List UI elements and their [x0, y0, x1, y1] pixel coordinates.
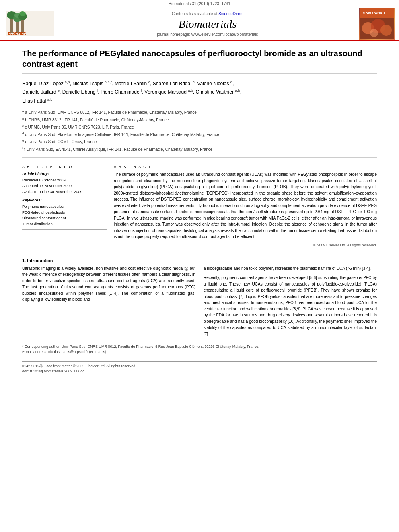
main-content: The performance of PEGylated nanocapsule… — [0, 41, 399, 382]
svg-point-15 — [380, 25, 392, 36]
info-abstract-columns: A R T I C L E I N F O Article history: R… — [22, 162, 377, 249]
keyword-2: PEGylated phospholipids — [22, 210, 107, 215]
article-info-column: A R T I C L E I N F O Article history: R… — [22, 162, 107, 249]
journal-center: Contents lists available at ScienceDirec… — [56, 8, 359, 40]
intro-two-col: Ultrasonic imaging is a widely available… — [22, 265, 377, 341]
affil-e: e e Univ Paris-Sud, CCME, Orsay, France — [22, 138, 377, 145]
email-note: E-mail address: nicolas.tsapis@u-psud.fr… — [22, 350, 377, 354]
article-info-box: A R T I C L E I N F O Article history: R… — [22, 162, 107, 230]
journal-url: journal homepage: www.elsevier.com/locat… — [64, 32, 351, 37]
sciencedirect-link[interactable]: ScienceDirect — [218, 12, 243, 16]
abstract-column: A B S T R A C T The surface of polymeric… — [114, 162, 377, 249]
received-date: Received 8 October 2009 — [22, 177, 107, 183]
intro-section-title: 1. Introduction — [22, 258, 377, 263]
keywords-block: Keywords: Polymeric nanocapsules PEGylat… — [22, 198, 107, 227]
journal-name-display: Biomaterials — [64, 18, 351, 31]
elsevier-tree-svg: ELSEVIER — [6, 11, 54, 36]
intro-col2-para1: a biodegradable and non toxic polymer, i… — [204, 265, 377, 272]
biomaterials-logo-text: Biomaterials — [360, 8, 394, 40]
svg-text:ELSEVIER: ELSEVIER — [8, 31, 26, 35]
abstract-box: A B S T R A C T The surface of polymeric… — [114, 162, 377, 247]
svg-point-8 — [19, 11, 26, 16]
svg-point-16 — [370, 29, 378, 37]
affil-a: a a Univ Paris-Sud, UMR CNRS 8612, IFR 1… — [22, 109, 377, 115]
affil-f: f f Univ Paris-Sud, EA 4041, Chimie Anal… — [22, 146, 377, 152]
available-date: Available online 30 November 2009 — [22, 189, 107, 195]
journal-meta: Biomaterials 31 (2010) 1723–1731 — [169, 2, 230, 6]
elsevier-logo-image: ELSEVIER — [6, 11, 54, 37]
journal-header: Biomaterials 31 (2010) 1723–1731 — [0, 0, 399, 41]
article-info-heading: A R T I C L E I N F O — [22, 165, 107, 169]
accepted-date: Accepted 17 November 2009 — [22, 183, 107, 189]
abstract-text: The surface of polymeric nanocapsules us… — [114, 171, 377, 240]
page: Biomaterials 31 (2010) 1723–1731 — [0, 0, 399, 532]
intro-para-1: Ultrasonic imaging is a widely available… — [22, 265, 195, 303]
biomaterials-logo-svg: Biomaterials — [360, 8, 394, 39]
corresponding-note: * Corresponding author. Univ Paris-Sud, … — [22, 345, 377, 349]
intro-col2-para2: Recently, polymeric contrast agents have… — [204, 275, 377, 337]
introduction-section: 1. Introduction Ultrasonic imaging is a … — [22, 258, 377, 341]
elsevier-logo: ELSEVIER — [4, 11, 56, 37]
section-divider — [22, 253, 377, 253]
history-subhead: Article history: — [22, 171, 107, 176]
keyword-3: Ultrasound contrast agent — [22, 215, 107, 221]
abstract-copyright: © 2009 Elsevier Ltd. All rights reserved… — [114, 243, 377, 247]
abstract-heading: A B S T R A C T — [114, 165, 377, 169]
authors-line: Raquel Díaz-López a,b, Nicolas Tsapis a,… — [22, 79, 377, 105]
keyword-1: Polymeric nanocapsules — [22, 204, 107, 210]
keyword-4: Tumor distribution — [22, 221, 107, 227]
affil-c: c c UPMC, Univ Paris 06, UMR CNRS 7623, … — [22, 124, 377, 130]
affil-b: b b CNRS, UMR 8612, IFR 141, Faculté de … — [22, 117, 377, 123]
doi-footer: doi:10.1016/j.biomaterials.2009.11.044 — [22, 369, 377, 373]
intro-col-right: a biodegradable and non toxic polymer, i… — [204, 265, 377, 341]
svg-text:Biomaterials: Biomaterials — [362, 11, 386, 15]
article-meta-bar: Biomaterials 31 (2010) 1723–1731 — [0, 0, 399, 8]
article-title: The performance of PEGylated nanocapsule… — [22, 48, 377, 74]
contents-line: Contents lists available at ScienceDirec… — [64, 12, 351, 16]
affiliations-block: a a Univ Paris-Sud, UMR CNRS 8612, IFR 1… — [22, 109, 377, 158]
journal-main-header: ELSEVIER Contents lists available at Sci… — [0, 8, 399, 40]
footnote-block: * Corresponding author. Univ Paris-Sud, … — [22, 343, 377, 354]
intro-col-left: Ultrasonic imaging is a widely available… — [22, 265, 195, 341]
page-footer: 0142-9612/$ – see front matter © 2009 El… — [22, 361, 377, 373]
keywords-subhead: Keywords: — [22, 198, 107, 202]
biomaterials-logo-box: Biomaterials — [359, 8, 395, 40]
affil-d: d d Univ Paris-Sud, Plateforme Imagerie … — [22, 131, 377, 138]
copyright-footer: 0142-9612/$ – see front matter © 2009 El… — [22, 364, 377, 368]
